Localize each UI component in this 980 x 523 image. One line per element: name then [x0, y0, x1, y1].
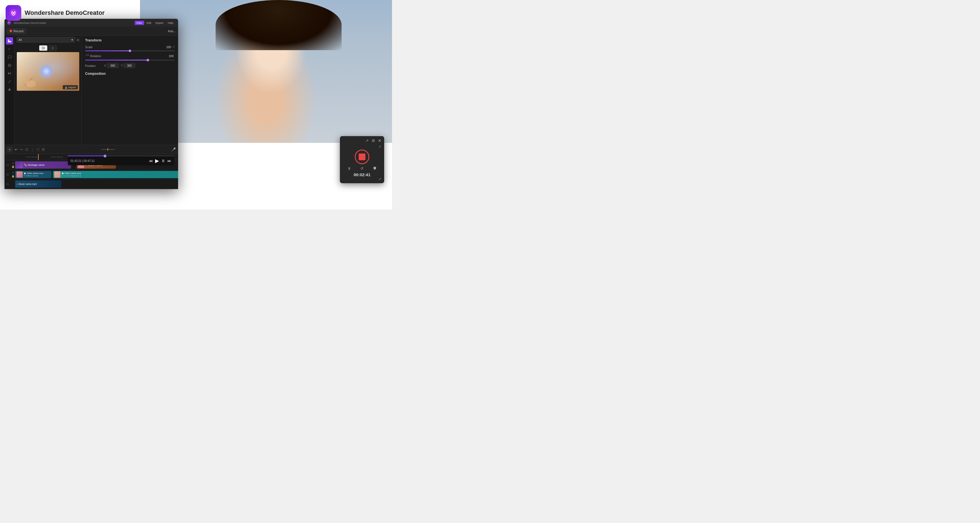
svg-point-11 — [26, 80, 36, 87]
video1-effect: ✏ Effect name — [24, 174, 43, 177]
redo-icon[interactable]: ↪ — [20, 147, 23, 151]
player-time: 01:42:21 | 00:47:11 — [70, 159, 95, 163]
player-progress-track[interactable] — [68, 155, 174, 156]
audio-tab[interactable] — [49, 45, 57, 51]
record-button[interactable]: Record — [7, 28, 26, 34]
timeline: + ↩ ↪ ⊡ ⋮ ⬡ ⊞ 🎤 00:00:00:00 — [5, 145, 178, 189]
grid-view-icon[interactable]: ⊞ — [76, 38, 80, 42]
header: Wondershare DemoCreator — [6, 5, 105, 21]
crop-icon[interactable]: ⊡ — [25, 147, 28, 151]
timeline-add-button[interactable]: + — [7, 147, 12, 152]
chevron-down-icon: ▾ — [72, 38, 73, 41]
player-next-button[interactable]: ⏭ — [167, 159, 171, 163]
row-num-1: 01 — [5, 183, 11, 185]
expand-icon-top[interactable]: ⤢ — [379, 145, 381, 148]
video-clip-2[interactable]: ▣ Video name.mov ‖ Cursur Margrerty ‖ — [53, 171, 178, 178]
widget-restart-icon[interactable]: ↺ — [360, 166, 363, 171]
nav-files[interactable]: Files — [135, 21, 144, 25]
lock-icon-2[interactable]: 🔒 — [11, 175, 14, 178]
expand-icon-bottom[interactable]: ⤢ — [379, 177, 381, 181]
media-thumbnail: Import — [17, 52, 79, 91]
widget-settings-icon[interactable]: ⚙ — [372, 139, 375, 143]
svg-rect-2 — [8, 40, 9, 41]
video2-thumb — [54, 171, 60, 178]
montage-clip[interactable]: ✏️ Montage name — [15, 161, 71, 169]
widget-expand-bottom: ⤢ — [343, 177, 381, 181]
video1-label: ▣ Video name.mov — [24, 172, 43, 174]
pos-x-group: X — [104, 63, 119, 68]
sidebar-icon-chat[interactable] — [6, 54, 13, 61]
timeline-playhead — [38, 154, 39, 160]
video-clip-1[interactable]: ▣ Video name.mov ✏ Effect name — [15, 171, 51, 178]
recording-timer: 00:02:41 — [343, 172, 381, 177]
eye-icon-3[interactable]: 👁 — [12, 162, 14, 165]
montage-thumb — [16, 162, 23, 168]
rotation-value: 100 — [169, 54, 173, 58]
scale-slider[interactable] — [85, 50, 175, 51]
eye-icon-2[interactable]: 👁 — [12, 171, 14, 174]
widget-close-icon[interactable]: ✕ — [378, 139, 381, 143]
media-filter-row: All ▾ ⊞ — [14, 35, 81, 44]
video1-thumb — [16, 171, 23, 178]
music-label: Music name.mp3 — [19, 183, 37, 185]
video-icon-2: ▣ — [62, 172, 64, 174]
scale-value: 100 — [166, 45, 171, 49]
scale-reset-icon[interactable]: ↺ — [172, 45, 175, 49]
shield-icon[interactable]: ⬡ — [37, 147, 40, 151]
montage-label: ✏️ Montage name — [24, 164, 45, 166]
frame-icon[interactable]: ⊞ — [42, 147, 45, 151]
import-label: Import — [68, 86, 76, 89]
svg-rect-8 — [10, 72, 11, 75]
lock-icon-3[interactable]: 🔒 — [11, 165, 14, 168]
pos-y-input[interactable] — [124, 63, 135, 68]
record-circle-button[interactable] — [355, 150, 369, 164]
media-panel: All ▾ ⊞ — [14, 35, 82, 145]
titlebar-logo — [7, 21, 11, 25]
widget-pause-icon[interactable]: ⏸ — [347, 166, 351, 171]
sidebar-icon-files[interactable] — [6, 37, 13, 45]
widget-shield-icon[interactable]: ⛊ — [373, 166, 377, 171]
filter-label: All — [19, 38, 22, 41]
transform-panel: Transform Scale 100 ↺ Rot — [82, 35, 178, 145]
nav-edit[interactable]: Edit — [145, 21, 153, 25]
view-tabs — [14, 44, 81, 52]
widget-ctrl-row: ⏸ ↺ ⛊ — [343, 166, 381, 171]
app-title: Wondershare DemoCreator — [25, 9, 105, 16]
sidebar-icon-emoji[interactable] — [6, 62, 13, 69]
undo-icon[interactable]: ↩ — [14, 147, 18, 151]
track-area-2: ▣ Video name.mov ✏ Effect name — [15, 170, 178, 179]
sidebar-icon-text[interactable]: T — [6, 45, 13, 53]
rotation-slider[interactable] — [85, 60, 175, 61]
composition-title: Composition — [85, 72, 105, 76]
music-clip[interactable]: ♪ Music name.mp3 — [15, 180, 61, 188]
pos-y-label: Y — [121, 64, 123, 67]
row-controls-3: 👁 🔒 — [11, 162, 15, 168]
music-icon: ♪ — [16, 183, 18, 185]
player-progress-fill — [68, 155, 105, 156]
player-play-button[interactable]: ▶ — [155, 158, 159, 164]
player-prev-button[interactable]: ⏮ — [149, 159, 153, 163]
row-num-3: 03 — [5, 164, 11, 166]
scale-slider-thumb — [129, 49, 131, 52]
widget-export-icon[interactable]: ↗ — [365, 139, 369, 143]
ada-button[interactable]: Ada... — [168, 29, 176, 33]
cursor-label: ‖ Cursur Margrerty ‖ — [62, 174, 81, 177]
media-filter-select[interactable]: All ▾ — [16, 37, 75, 43]
video-tab[interactable] — [39, 45, 47, 51]
nav-export[interactable]: Export — [154, 21, 165, 25]
svg-point-1 — [13, 12, 14, 14]
player-progress-thumb — [103, 155, 107, 158]
pos-x-input[interactable] — [107, 63, 119, 68]
sidebar-icon-skip[interactable] — [6, 70, 13, 77]
scale-row: Scale 100 ↺ — [85, 45, 175, 49]
nav-help[interactable]: Help — [166, 21, 175, 25]
titlebar-appname: Wondershare DemoCreator — [14, 21, 46, 24]
player-pause-button[interactable]: ⏸ — [161, 159, 165, 163]
pos-x-label: X — [104, 64, 106, 67]
sidebar-icon-pin[interactable] — [6, 86, 13, 93]
split-icon[interactable]: ⋮ — [30, 147, 34, 151]
mic-icon[interactable]: 🎤 — [171, 147, 176, 151]
import-button[interactable]: Import — [63, 85, 78, 89]
sidebar-icon-magic[interactable] — [6, 78, 13, 85]
player-controls-row: 01:42:21 | 00:47:11 ⏮ ▶ ⏸ ⏭ — [68, 156, 174, 165]
